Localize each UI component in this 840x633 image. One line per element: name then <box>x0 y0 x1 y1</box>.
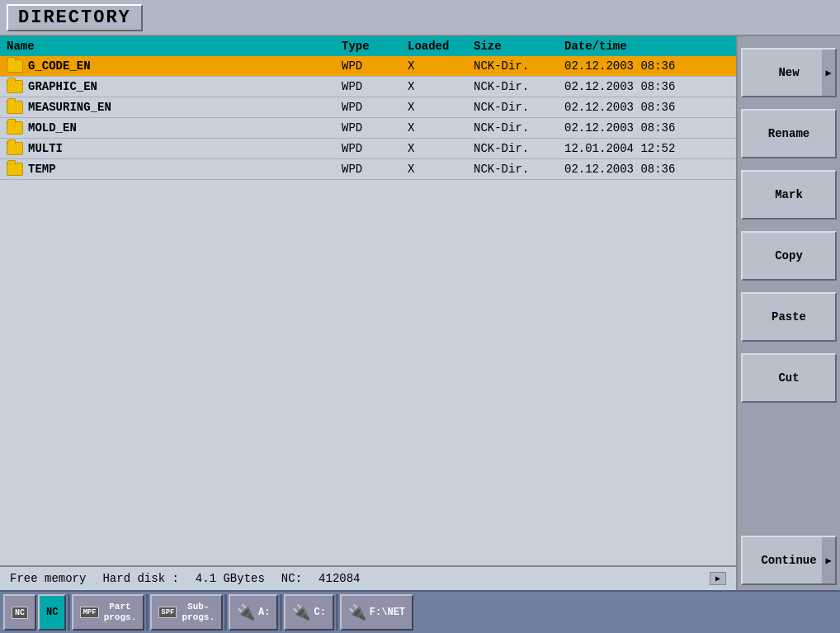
file-loaded: X <box>408 121 474 135</box>
drive-a-icon: 🔌 <box>237 603 255 621</box>
paste-button[interactable]: Paste <box>741 292 837 342</box>
status-bar: Free memory Hard disk : 4.1 GBytes NC: 4… <box>0 565 736 590</box>
drive-fnet-icon: 🔌 <box>348 603 366 621</box>
nav-sub-progs[interactable]: SPF Sub-progs. <box>150 594 223 631</box>
file-panel: Name Type Loaded Size Date/time G_CODE_E… <box>0 36 738 590</box>
hard-disk-label: Hard disk : <box>102 572 178 585</box>
file-size: NCK-Dir. <box>474 80 564 93</box>
file-size: NCK-Dir. <box>474 163 564 176</box>
file-name: G_CODE_EN <box>28 59 91 73</box>
file-name: GRAPHIC_EN <box>28 80 97 93</box>
continue-arrow-icon: ▶ <box>822 537 835 583</box>
file-datetime: 12.01.2004 12:52 <box>564 142 729 155</box>
col-loaded: Loaded <box>408 40 474 53</box>
file-loaded: X <box>408 59 474 73</box>
table-row[interactable]: MEASURING_EN WPD X NCK-Dir. 02.12.2003 0… <box>0 97 736 118</box>
file-type: WPD <box>342 163 408 176</box>
file-name-cell: MOLD_EN <box>7 121 342 135</box>
drive-a-label: A: <box>258 607 270 618</box>
file-name-cell: GRAPHIC_EN <box>7 80 342 93</box>
file-size: NCK-Dir. <box>474 142 564 155</box>
drive-c-icon: 🔌 <box>292 603 310 621</box>
file-name: TEMP <box>28 163 56 176</box>
hard-disk-value: 4.1 GBytes <box>196 572 265 585</box>
file-list: G_CODE_EN WPD X NCK-Dir. 02.12.2003 08:3… <box>0 56 736 565</box>
nc-value: 412084 <box>319 572 360 585</box>
continue-button[interactable]: Continue ▶ <box>741 536 837 585</box>
new-button[interactable]: New ▶ <box>741 48 837 97</box>
part-progs-label: Partprogs. <box>104 602 137 623</box>
new-arrow-icon: ▶ <box>822 50 835 96</box>
drive-c-label: C: <box>314 607 325 618</box>
title-bar-inner: DIRECTORY <box>7 4 143 31</box>
file-loaded: X <box>408 80 474 93</box>
table-row[interactable]: GRAPHIC_EN WPD X NCK-Dir. 02.12.2003 08:… <box>0 77 736 97</box>
file-type: WPD <box>342 80 408 93</box>
mark-button[interactable]: Mark <box>741 170 837 220</box>
folder-icon <box>7 142 23 155</box>
spf-icon: SPF <box>158 607 177 618</box>
file-name-cell: G_CODE_EN <box>7 59 342 73</box>
file-datetime: 02.12.2003 08:36 <box>564 80 729 93</box>
main-area: Name Type Loaded Size Date/time G_CODE_E… <box>0 36 840 590</box>
scroll-arrow[interactable]: ▶ <box>710 572 726 585</box>
nc-active-label: NC <box>46 607 58 618</box>
file-size: NCK-Dir. <box>474 121 564 135</box>
file-type: WPD <box>342 121 408 135</box>
file-loaded: X <box>408 163 474 176</box>
copy-button[interactable]: Copy <box>741 231 837 281</box>
col-name: Name <box>7 40 342 53</box>
table-row[interactable]: MULTI WPD X NCK-Dir. 12.01.2004 12:52 <box>0 139 736 159</box>
nav-drive-a[interactable]: 🔌 A: <box>229 594 278 631</box>
mpf-icon: MPF <box>80 607 98 618</box>
folder-icon <box>7 101 23 114</box>
nav-nc-icon[interactable]: NC <box>3 594 36 631</box>
nav-drive-c[interactable]: 🔌 C: <box>284 594 333 631</box>
file-datetime: 02.12.2003 08:36 <box>564 163 729 176</box>
folder-icon <box>7 121 23 135</box>
file-type: WPD <box>342 101 408 114</box>
file-name: MEASURING_EN <box>28 101 111 114</box>
nav-part-progs[interactable]: MPF Partprogs. <box>72 594 144 631</box>
table-row[interactable]: MOLD_EN WPD X NCK-Dir. 02.12.2003 08:36 <box>0 118 736 139</box>
file-name: MOLD_EN <box>28 121 77 135</box>
file-datetime: 02.12.2003 08:36 <box>564 59 729 73</box>
title-bar: DIRECTORY <box>0 0 840 36</box>
table-row[interactable]: TEMP WPD X NCK-Dir. 02.12.2003 08:36 <box>0 159 736 180</box>
folder-icon <box>7 163 23 176</box>
sub-progs-label: Sub-progs. <box>182 602 215 623</box>
nc-label: NC: <box>281 572 302 585</box>
drive-fnet-label: F:\NET <box>370 607 405 618</box>
nc-icon: NC <box>12 607 28 619</box>
col-size: Size <box>474 40 564 53</box>
nav-drive-fnet[interactable]: 🔌 F:\NET <box>340 594 413 631</box>
sidebar: New ▶ Rename Mark Copy Paste Cut Continu… <box>738 36 840 590</box>
nav-bar: NC NC MPF Partprogs. SPF Sub-progs. 🔌 A:… <box>0 590 840 633</box>
cut-button[interactable]: Cut <box>741 353 837 403</box>
free-memory-label: Free memory <box>10 572 86 585</box>
folder-icon <box>7 59 23 73</box>
file-name: MULTI <box>28 142 63 155</box>
table-row[interactable]: G_CODE_EN WPD X NCK-Dir. 02.12.2003 08:3… <box>0 56 736 77</box>
file-loaded: X <box>408 101 474 114</box>
page-title: DIRECTORY <box>18 7 131 28</box>
file-name-cell: TEMP <box>7 163 342 176</box>
file-type: WPD <box>342 142 408 155</box>
file-datetime: 02.12.2003 08:36 <box>564 121 729 135</box>
col-type: Type <box>342 40 408 53</box>
nav-nc-active[interactable]: NC <box>38 594 66 631</box>
file-datetime: 02.12.2003 08:36 <box>564 101 729 114</box>
table-header: Name Type Loaded Size Date/time <box>0 36 736 56</box>
file-name-cell: MULTI <box>7 142 342 155</box>
folder-icon <box>7 80 23 93</box>
file-size: NCK-Dir. <box>474 101 564 114</box>
file-size: NCK-Dir. <box>474 59 564 73</box>
file-name-cell: MEASURING_EN <box>7 101 342 114</box>
file-type: WPD <box>342 59 408 73</box>
rename-button[interactable]: Rename <box>741 109 837 158</box>
col-datetime: Date/time <box>564 40 729 53</box>
file-loaded: X <box>408 142 474 155</box>
